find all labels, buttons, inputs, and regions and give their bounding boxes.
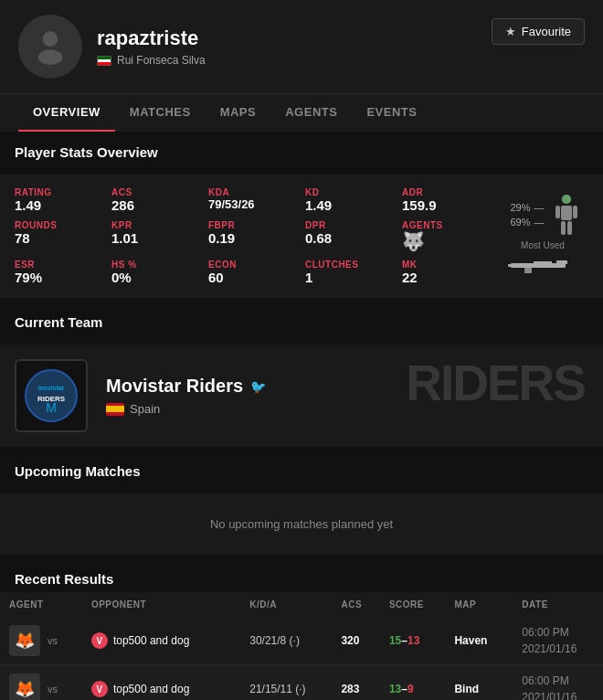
stats-section-title: Player Stats Overview — [15, 144, 588, 160]
result-kda: 30/21/8 (·) — [240, 617, 332, 665]
svg-point-1 — [38, 49, 63, 65]
stat-kd: KD 1.49 — [305, 187, 391, 213]
vs-label: vs — [48, 684, 58, 695]
star-icon: ★ — [505, 25, 516, 38]
stat-kpr: KPR 1.01 — [111, 220, 197, 252]
team-watermark: RIDERS — [406, 354, 585, 412]
flag-spain-icon — [106, 403, 124, 416]
svg-point-0 — [43, 31, 58, 47]
col-kda: K/D/A — [240, 592, 332, 617]
upcoming-section-header: Upcoming Matches — [0, 451, 603, 493]
twitter-icon[interactable]: 🐦 — [250, 379, 266, 394]
profile-real-name-text: Rui Fonseca Silva — [117, 54, 206, 67]
tab-agents[interactable]: AGENTS — [270, 94, 352, 132]
stat-kda: KDA 79/53/26 — [208, 187, 294, 213]
col-map: MAP — [445, 592, 513, 617]
svg-point-8 — [562, 195, 571, 204]
result-agent-cell: 🦊 vs — [0, 617, 82, 665]
svg-rect-5 — [573, 206, 577, 218]
opponent-name: top500 and dog — [113, 683, 189, 695]
result-acs: 283 — [332, 665, 379, 701]
svg-rect-4 — [555, 206, 560, 218]
svg-text:M: M — [46, 400, 57, 415]
agent-thumbnail: 🦊 — [9, 673, 40, 700]
table-row: 🦊 vs V top500 and dog 21/15/11 (·) 283 1… — [0, 665, 603, 701]
team-logo-svg: movistar RIDERS M — [22, 366, 80, 425]
upcoming-empty-text: No upcoming matches planned yet — [15, 508, 588, 540]
avatar — [18, 15, 82, 79]
body-dash: — — [534, 217, 545, 228]
table-row: 🦊 vs V top500 and dog 30/21/8 (·) 320 15… — [0, 617, 603, 665]
result-agent-cell: 🦊 vs — [0, 665, 82, 701]
score-lose: 13 — [407, 634, 419, 647]
svg-rect-10 — [556, 260, 567, 264]
result-kda: 21/15/11 (·) — [240, 665, 332, 701]
team-section-header: Current Team — [0, 302, 603, 345]
result-acs: 320 — [332, 617, 379, 665]
body-bars: 29% — 69% — — [505, 202, 545, 228]
stat-adr: ADR 159.9 — [402, 187, 488, 213]
col-agent: AGENT — [0, 592, 82, 617]
col-acs: ACS — [332, 592, 379, 617]
col-score: SCORE — [380, 592, 446, 617]
svg-rect-13 — [534, 261, 552, 264]
recent-results-title: Recent Results — [15, 571, 113, 587]
stat-clutches: CLUTCHES 1 — [305, 260, 391, 285]
svg-rect-7 — [567, 221, 572, 235]
stats-section: Player Stats Overview — [0, 132, 603, 175]
team-country-text: Spain — [130, 402, 160, 416]
stat-fbpr: FBPR 0.19 — [208, 220, 294, 252]
nav-tabs: OVERVIEW MATCHES MAPS AGENTS EVENTS — [0, 93, 603, 132]
favourite-button[interactable]: ★ Favourite — [492, 18, 585, 45]
result-date: 06:00 PM2021/01/16 — [513, 665, 603, 701]
svg-text:movistar: movistar — [37, 385, 64, 391]
flag-portugal-icon — [97, 56, 111, 66]
tab-events[interactable]: EVENTS — [352, 94, 431, 132]
opponent-logo-icon: V — [91, 681, 108, 697]
head-bar-row: 29% — — [505, 202, 545, 213]
stat-hs: HS % 0% — [111, 260, 197, 285]
result-map: Bind — [445, 665, 513, 701]
results-table: AGENT OPPONENT K/D/A ACS SCORE MAP DATE … — [0, 592, 603, 700]
upcoming-section-title: Upcoming Matches — [15, 463, 588, 479]
body-figure: 29% — 69% — — [488, 187, 588, 285]
head-pct: 29% — [505, 202, 531, 213]
result-opponent-cell: V top500 and dog — [82, 617, 240, 665]
col-date: DATE — [513, 592, 603, 617]
result-score: 13–9 — [380, 665, 446, 701]
stat-rounds: ROUNDS 78 — [15, 220, 100, 252]
upcoming-empty-card: No upcoming matches planned yet — [0, 493, 603, 555]
opponent-name: top500 and dog — [113, 634, 189, 647]
body-figure-svg — [552, 193, 581, 237]
tab-maps[interactable]: MAPS — [206, 94, 271, 132]
stats-grid: RATING 1.49 ACS 286 KDA 79/53/26 KD 1.49… — [15, 187, 588, 285]
team-card: movistar RIDERS M Movistar Riders 🐦 Spai… — [0, 345, 603, 447]
svg-rect-6 — [561, 221, 566, 235]
results-table-header: AGENT OPPONENT K/D/A ACS SCORE MAP DATE — [0, 592, 603, 617]
profile-realname: Rui Fonseca Silva — [97, 54, 585, 67]
stat-mk: MK 22 — [402, 260, 488, 285]
stat-agents: AGENTS 🐺 — [402, 220, 488, 252]
team-logo: movistar RIDERS M — [15, 359, 88, 432]
svg-rect-12 — [508, 264, 515, 267]
result-date: 06:00 PM2021/01/16 — [513, 617, 603, 665]
team-section-title: Current Team — [15, 314, 588, 330]
agent-thumbnail: 🦊 — [9, 625, 40, 656]
favourite-label: Favourite — [522, 25, 571, 38]
tab-matches[interactable]: MATCHES — [115, 94, 206, 132]
body-bar-row: 69% — — [505, 217, 545, 228]
result-score: 15–13 — [380, 617, 446, 665]
stat-esr: ESR 79% — [15, 260, 100, 285]
opponent-logo-icon: V — [91, 632, 108, 649]
stat-econ: ECON 60 — [208, 260, 294, 285]
score-lose: 9 — [407, 683, 414, 695]
body-pct: 69% — [505, 217, 531, 228]
score-win: 13 — [389, 683, 401, 695]
stat-dpr: DPR 0.68 — [305, 220, 391, 252]
score-win: 15 — [389, 634, 401, 647]
tab-overview[interactable]: OVERVIEW — [18, 94, 115, 132]
stat-rating: RATING 1.49 — [15, 187, 100, 213]
vs-label: vs — [48, 635, 58, 646]
col-opponent: OPPONENT — [82, 592, 240, 617]
team-name-text: Movistar Riders — [106, 376, 243, 397]
